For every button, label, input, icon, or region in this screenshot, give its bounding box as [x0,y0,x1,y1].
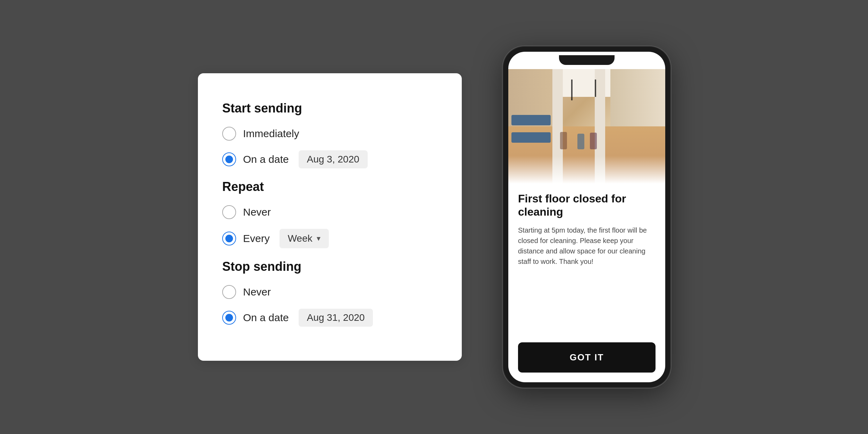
every-repeat-option[interactable]: Every Week ▾ [222,229,437,248]
on-a-date-start-radio[interactable] [222,152,236,166]
scene-person-2 [577,134,584,149]
on-a-date-stop-radio[interactable] [222,311,236,325]
every-repeat-radio[interactable] [222,232,236,245]
scheduling-panel: Start sending Immediately On a date Aug … [198,73,462,361]
repeat-title: Repeat [222,180,437,194]
phone-notification-content: First floor closed for cleaning Starting… [508,184,665,342]
never-repeat-radio[interactable] [222,205,236,219]
stop-date-value[interactable]: Aug 31, 2020 [299,309,373,327]
repeat-frequency-dropdown[interactable]: Week ▾ [279,229,329,248]
got-it-button[interactable]: GOT IT [518,342,656,373]
chevron-down-icon: ▾ [317,234,320,243]
immediately-label: Immediately [243,128,299,140]
never-repeat-label: Never [243,206,271,218]
repeat-frequency-value: Week [288,233,312,244]
phone-button-area: GOT IT [508,342,665,382]
scene-shelf-2 [511,132,551,143]
scene-person-1 [560,132,567,149]
never-stop-radio[interactable] [222,285,236,299]
radio-inner-3 [225,314,233,322]
phone-preview-container: First floor closed for cleaning Starting… [503,47,670,387]
every-label: Every [243,233,270,244]
never-repeat-option[interactable]: Never [222,205,437,219]
on-a-date-start-option[interactable]: On a date Aug 3, 2020 [222,150,437,168]
phone-notch-area [508,52,665,69]
scene-fade-overlay [508,156,665,184]
immediately-radio[interactable] [222,127,236,141]
phone-frame: First floor closed for cleaning Starting… [503,47,670,387]
notification-title: First floor closed for cleaning [518,192,656,219]
scene-light-2 [595,80,596,97]
phone-screen: First floor closed for cleaning Starting… [508,52,665,382]
immediately-option[interactable]: Immediately [222,127,437,141]
phone-notch [559,55,615,65]
phone-hero-image [508,69,665,184]
radio-inner-2 [225,235,233,242]
stop-sending-section: Stop sending Never On a date Aug 31, 202… [222,259,437,327]
scene-shelf-1 [511,115,551,125]
scene-light-1 [571,80,573,100]
start-sending-title: Start sending [222,101,437,116]
scene-person-3 [590,133,597,149]
radio-inner [225,156,233,163]
start-date-value[interactable]: Aug 3, 2020 [299,150,368,168]
on-a-date-start-label: On a date [243,153,289,165]
on-a-date-stop-label: On a date [243,312,289,324]
notification-body: Starting at 5pm today, the first floor w… [518,225,656,334]
stop-sending-title: Stop sending [222,259,437,274]
repeat-section: Repeat Never Every Week ▾ [222,180,437,248]
on-a-date-stop-option[interactable]: On a date Aug 31, 2020 [222,309,437,327]
never-stop-option[interactable]: Never [222,285,437,299]
start-sending-section: Start sending Immediately On a date Aug … [222,101,437,168]
never-stop-label: Never [243,286,271,298]
